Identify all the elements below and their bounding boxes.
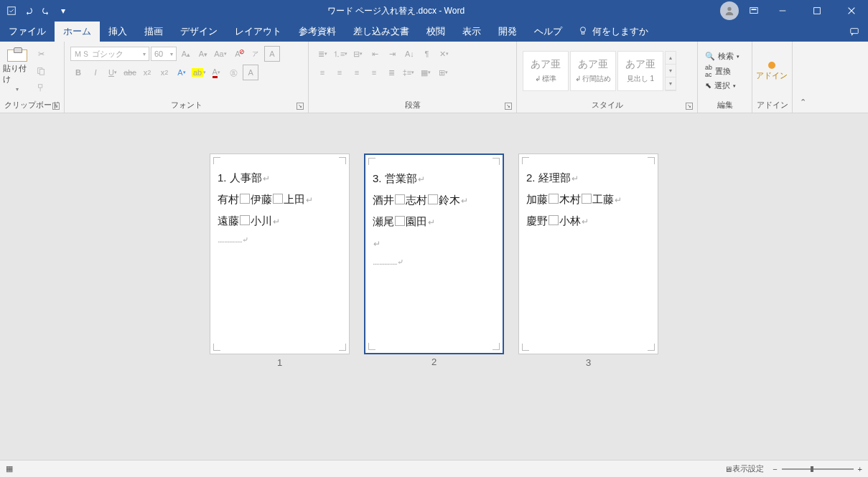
- character-shading-icon[interactable]: A: [243, 65, 258, 80]
- show-marks-icon[interactable]: ¶: [419, 46, 434, 62]
- page-thumbnail-2[interactable]: 3. 営業部↵酒井志村鈴木↵瀬尾園田↵↵...................⤶…: [364, 154, 504, 354]
- svg-point-8: [581, 27, 586, 32]
- borders-icon[interactable]: ⊞▾: [435, 65, 451, 80]
- font-color-icon[interactable]: A▾: [208, 65, 224, 80]
- window-title: ワード ページ入れ替え.docx - Word: [75, 5, 717, 17]
- bullets-icon[interactable]: ≣▾: [314, 46, 330, 62]
- superscript-icon[interactable]: x2: [157, 65, 172, 80]
- clipboard-group-label: クリップボード: [4, 100, 60, 109]
- tab-layout[interactable]: レイアウト: [226, 22, 290, 42]
- bold-icon[interactable]: B: [70, 65, 86, 80]
- replace-button[interactable]: abac置換: [704, 63, 741, 79]
- italic-icon[interactable]: I: [88, 65, 103, 80]
- style-heading1[interactable]: あア亜見出し 1: [617, 51, 663, 91]
- undo-icon[interactable]: [23, 5, 34, 16]
- svg-rect-0: [8, 7, 16, 15]
- tab-file[interactable]: ファイル: [0, 22, 55, 42]
- sort-icon[interactable]: A↓: [401, 46, 417, 62]
- increase-indent-icon[interactable]: ⇥: [384, 46, 400, 62]
- zoom-slider[interactable]: [782, 468, 854, 470]
- addin-dot-icon: [768, 62, 775, 69]
- tell-me-search[interactable]: 何をしますか: [571, 22, 655, 42]
- display-settings-label[interactable]: 表示設定: [732, 463, 764, 474]
- tab-view[interactable]: 表示: [454, 22, 490, 42]
- cursor-icon: ⬉: [705, 81, 711, 90]
- paragraph-dialog-launcher[interactable]: ↘: [505, 103, 512, 110]
- styles-more-button[interactable]: ▴▾▾: [665, 51, 676, 91]
- align-right-icon[interactable]: ≡: [349, 65, 365, 80]
- svg-rect-12: [39, 69, 44, 75]
- phonetic-guide-icon[interactable]: ア: [247, 46, 263, 62]
- page-thumbnail-3[interactable]: 2. 経理部↵加藤木村工藤↵慶野小林↵3: [518, 154, 658, 354]
- align-center-icon[interactable]: ≡: [332, 65, 347, 80]
- font-size-combo[interactable]: 60▾: [151, 47, 177, 61]
- comments-button[interactable]: [841, 22, 868, 42]
- tab-developer[interactable]: 開発: [490, 22, 526, 42]
- tab-review[interactable]: 校閲: [418, 22, 454, 42]
- svg-rect-3: [752, 9, 757, 10]
- copy-icon[interactable]: [33, 63, 49, 79]
- asian-layout-icon[interactable]: ✕▾: [436, 46, 452, 62]
- autosave-icon[interactable]: [6, 5, 17, 16]
- multilevel-list-icon[interactable]: ⊟▾: [350, 46, 365, 62]
- distributed-icon[interactable]: ≣: [383, 65, 399, 80]
- style-no-spacing[interactable]: あア亜↲ 行間詰め: [570, 51, 616, 91]
- character-border-icon[interactable]: A: [264, 46, 280, 62]
- ribbon-display-options-icon[interactable]: [742, 0, 766, 22]
- text-effects-icon[interactable]: A▾: [174, 65, 190, 80]
- find-button[interactable]: 🔍検索▾: [704, 50, 741, 62]
- zoom-in-button[interactable]: +: [858, 465, 862, 473]
- addins-button[interactable]: アドイン: [755, 62, 788, 81]
- font-name-combo[interactable]: ＭＳ ゴシック▾: [70, 47, 149, 61]
- align-left-icon[interactable]: ≡: [314, 65, 330, 80]
- zoom-out-button[interactable]: −: [773, 465, 777, 473]
- shading-icon[interactable]: ▦▾: [418, 65, 434, 80]
- svg-rect-10: [851, 29, 859, 34]
- tab-design[interactable]: デザイン: [172, 22, 226, 42]
- redo-icon[interactable]: [40, 5, 52, 16]
- qat-more-icon[interactable]: ▾: [57, 5, 69, 16]
- clear-formatting-icon[interactable]: A⊘: [230, 46, 246, 62]
- tab-home[interactable]: ホーム: [55, 22, 100, 42]
- svg-rect-5: [814, 8, 821, 14]
- clipboard-icon: [7, 49, 27, 62]
- shrink-font-icon[interactable]: A▾: [195, 46, 211, 62]
- select-button[interactable]: ⬉選択▾: [704, 80, 741, 92]
- page-number-label: 1: [210, 354, 349, 372]
- format-painter-icon[interactable]: [33, 80, 49, 96]
- styles-dialog-launcher[interactable]: ↘: [686, 103, 693, 110]
- display-settings-icon[interactable]: 🖥: [724, 465, 732, 473]
- styles-group-label: スタイル: [592, 100, 623, 109]
- subscript-icon[interactable]: x2: [139, 65, 155, 80]
- line-spacing-icon[interactable]: ‡≡▾: [401, 65, 416, 80]
- cut-icon[interactable]: ✂: [33, 46, 49, 62]
- strikethrough-icon[interactable]: abc: [122, 65, 138, 80]
- tab-references[interactable]: 参考資料: [290, 22, 345, 42]
- collapse-ribbon-button[interactable]: ⌃: [793, 42, 813, 113]
- page-number-label: 2: [365, 353, 503, 372]
- enclose-char-icon[interactable]: ㊄: [225, 65, 241, 80]
- paste-button[interactable]: 貼り付け ▾: [3, 49, 32, 93]
- svg-rect-13: [39, 85, 42, 88]
- page-thumbnail-1[interactable]: 1. 人事部↵有村伊藤上田↵遠藤小川↵...................⤶1: [210, 154, 350, 354]
- justify-icon[interactable]: ≡: [366, 65, 382, 80]
- page-number-label: 3: [519, 354, 658, 372]
- change-case-icon[interactable]: Aa▾: [213, 46, 228, 62]
- decrease-indent-icon[interactable]: ⇤: [367, 46, 383, 62]
- maximize-button[interactable]: [801, 0, 834, 22]
- style-normal[interactable]: あア亜↲ 標準: [523, 51, 569, 91]
- tab-mailings[interactable]: 差し込み文書: [345, 22, 418, 42]
- tab-help[interactable]: ヘルプ: [526, 22, 571, 42]
- font-dialog-launcher[interactable]: ↘: [297, 103, 304, 110]
- tab-insert[interactable]: 挿入: [100, 22, 136, 42]
- numbering-icon[interactable]: ⒈≡▾: [332, 46, 348, 62]
- underline-icon[interactable]: U▾: [105, 65, 121, 80]
- user-avatar-icon[interactable]: [720, 1, 739, 20]
- status-left-icon[interactable]: ▦: [6, 464, 13, 473]
- grow-font-icon[interactable]: A▴: [178, 46, 194, 62]
- minimize-button[interactable]: [766, 0, 799, 22]
- tab-draw[interactable]: 描画: [136, 22, 172, 42]
- close-button[interactable]: [835, 0, 868, 22]
- clipboard-dialog-launcher[interactable]: ↘: [52, 103, 60, 110]
- highlight-icon[interactable]: ab▾: [191, 65, 207, 80]
